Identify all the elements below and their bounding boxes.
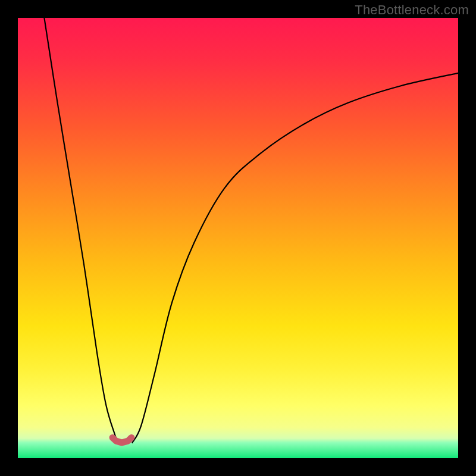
outer-frame: TheBottleneck.com — [0, 0, 476, 476]
watermark-label: TheBottleneck.com — [355, 2, 469, 18]
curve-right-branch — [132, 73, 458, 443]
plot-area — [18, 18, 458, 458]
dip-markers — [112, 437, 131, 443]
curve-layer — [18, 18, 458, 458]
curve-left-branch — [44, 18, 118, 443]
